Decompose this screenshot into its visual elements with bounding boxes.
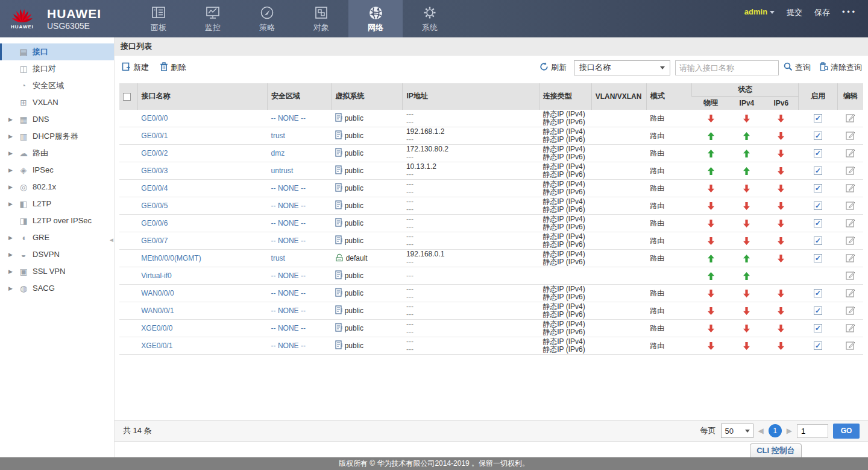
col-header-conn[interactable]: 连接类型: [539, 83, 591, 110]
query-button[interactable]: 查询: [784, 62, 811, 73]
zone-link[interactable]: untrust: [271, 167, 294, 175]
next-page-arrow[interactable]: ▶: [787, 427, 792, 435]
enable-checkbox[interactable]: ✓: [814, 341, 822, 350]
edit-icon[interactable]: [846, 148, 855, 159]
enable-checkbox[interactable]: ✓: [814, 324, 822, 332]
expand-arrow-icon[interactable]: ▶: [8, 263, 17, 280]
enable-checkbox[interactable]: ✓: [814, 132, 822, 140]
zone-link[interactable]: -- NONE --: [271, 341, 306, 350]
tab-dashboard[interactable]: 面板: [131, 0, 186, 37]
sidebar-item-l2tp-over-ipsec[interactable]: ◨L2TP over IPSec: [0, 212, 114, 229]
zone-link[interactable]: -- NONE --: [271, 114, 306, 122]
edit-icon[interactable]: [846, 270, 855, 282]
zone-link[interactable]: -- NONE --: [271, 272, 306, 280]
expand-arrow-icon[interactable]: ▶: [8, 111, 17, 128]
tab-monitor[interactable]: 监控: [186, 0, 240, 37]
zone-link[interactable]: trust: [271, 132, 285, 140]
goto-page-input[interactable]: [797, 424, 828, 438]
edit-icon[interactable]: [846, 130, 855, 142]
search-input[interactable]: [675, 60, 779, 75]
edit-icon[interactable]: [846, 305, 855, 317]
new-button[interactable]: 新建: [122, 62, 149, 73]
filter-field-select[interactable]: 接口名称: [574, 60, 670, 75]
refresh-button[interactable]: 刷新: [539, 62, 567, 73]
tab-object[interactable]: 对象: [294, 0, 348, 37]
interface-name-link[interactable]: GE0/0/4: [141, 184, 168, 192]
zone-link[interactable]: -- NONE --: [271, 324, 306, 332]
expand-arrow-icon[interactable]: ▶: [8, 128, 17, 145]
col-header-enable[interactable]: 启用: [799, 83, 838, 110]
col-header-vlan[interactable]: VLAN/VXLAN: [591, 83, 646, 110]
enable-checkbox[interactable]: ✓: [814, 202, 822, 210]
interface-name-link[interactable]: GE0/0/3: [141, 167, 168, 175]
enable-checkbox[interactable]: ✓: [814, 289, 822, 297]
interface-name-link[interactable]: GE0/0/5: [141, 202, 168, 210]
interface-name-link[interactable]: MEth0/0/0(MGMT): [141, 254, 201, 262]
edit-icon[interactable]: [846, 218, 855, 229]
sidebar-item-l2tp[interactable]: ▶◧L2TP: [0, 195, 114, 212]
col-header-vsys[interactable]: 虚拟系统: [332, 83, 403, 110]
col-header-zone[interactable]: 安全区域: [268, 83, 332, 110]
expand-arrow-icon[interactable]: ▶: [8, 195, 17, 212]
sidebar-item-dot1x[interactable]: ▶◎802.1x: [0, 179, 114, 195]
interface-name-link[interactable]: GE0/0/7: [141, 237, 168, 245]
save-button[interactable]: 保存: [814, 7, 830, 37]
zone-link[interactable]: -- NONE --: [271, 184, 306, 192]
edit-icon[interactable]: [846, 165, 855, 177]
sidebar-item-ipsec[interactable]: ▶◈IPSec: [0, 162, 114, 179]
interface-name-link[interactable]: GE0/0/6: [141, 219, 168, 227]
expand-arrow-icon[interactable]: ▶: [8, 229, 17, 246]
interface-name-link[interactable]: WAN0/0/0: [141, 289, 174, 297]
delete-button[interactable]: 删除: [160, 62, 186, 73]
edit-icon[interactable]: [846, 323, 855, 334]
edit-icon[interactable]: [846, 253, 855, 264]
col-header-name[interactable]: 接口名称: [137, 83, 267, 110]
sidebar-item-gre[interactable]: ▶◖GRE: [0, 229, 114, 246]
edit-icon[interactable]: [846, 200, 855, 212]
tab-system[interactable]: 系统: [403, 0, 457, 37]
edit-icon[interactable]: [846, 183, 855, 194]
sidebar-collapse-handle[interactable]: ◄: [108, 237, 115, 243]
interface-name-link[interactable]: WAN0/0/1: [141, 306, 174, 315]
sidebar-item-dsvpn[interactable]: ▶◒DSVPN: [0, 246, 114, 263]
sidebar-item-interface[interactable]: ▤接口: [0, 43, 114, 60]
per-page-select[interactable]: 50: [721, 424, 753, 438]
select-all-checkbox[interactable]: [123, 93, 131, 101]
cli-console-button[interactable]: CLI 控制台: [750, 443, 802, 457]
enable-checkbox[interactable]: ✓: [814, 254, 822, 262]
expand-arrow-icon[interactable]: ▶: [8, 280, 17, 297]
tab-network[interactable]: 网络: [348, 0, 403, 37]
interface-name-link[interactable]: Virtual-if0: [141, 272, 171, 280]
col-header-mode[interactable]: 模式: [646, 83, 692, 110]
expand-arrow-icon[interactable]: ▶: [8, 162, 17, 179]
zone-link[interactable]: dmz: [271, 149, 285, 157]
current-page-badge[interactable]: 1: [769, 424, 782, 437]
zone-link[interactable]: -- NONE --: [271, 202, 306, 210]
sidebar-item-sacg[interactable]: ▶◍SACG: [0, 280, 114, 297]
edit-icon[interactable]: [846, 340, 855, 352]
enable-checkbox[interactable]: ✓: [814, 167, 822, 175]
enable-checkbox[interactable]: ✓: [814, 219, 822, 227]
sidebar-item-ssl-vpn[interactable]: ▶▣SSL VPN: [0, 263, 114, 280]
expand-arrow-icon[interactable]: ▶: [8, 145, 17, 162]
tab-policy[interactable]: 策略: [240, 0, 294, 37]
sidebar-item-vxlan[interactable]: ⊞VXLAN: [0, 94, 114, 111]
zone-link[interactable]: -- NONE --: [271, 289, 306, 297]
edit-icon[interactable]: [846, 113, 855, 124]
enable-checkbox[interactable]: ✓: [814, 306, 822, 315]
interface-name-link[interactable]: XGE0/0/0: [141, 324, 172, 332]
expand-arrow-icon[interactable]: ▶: [8, 179, 17, 195]
commit-button[interactable]: 提交: [787, 7, 802, 37]
interface-name-link[interactable]: GE0/0/0: [141, 114, 168, 122]
zone-link[interactable]: -- NONE --: [271, 237, 306, 245]
zone-link[interactable]: trust: [271, 254, 285, 262]
sidebar-item-dns[interactable]: ▶▦DNS: [0, 111, 114, 128]
sidebar-item-interface-pair[interactable]: ◫接口对: [0, 60, 114, 77]
expand-arrow-icon[interactable]: ▶: [8, 246, 17, 263]
sidebar-item-routing[interactable]: ▶☁路由: [0, 145, 114, 162]
col-header-ip[interactable]: IP地址: [403, 83, 539, 110]
go-button[interactable]: GO: [833, 424, 860, 439]
more-menu-icon[interactable]: • • •: [842, 7, 855, 37]
interface-name-link[interactable]: GE0/0/1: [141, 132, 168, 140]
interface-name-link[interactable]: XGE0/0/1: [141, 341, 172, 350]
